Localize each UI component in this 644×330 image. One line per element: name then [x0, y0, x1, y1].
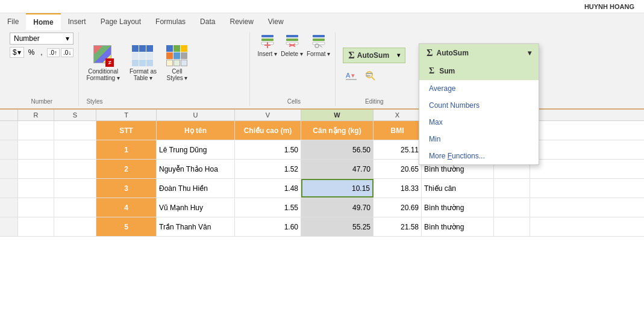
autosum-button[interactable]: Σ AutoSum ▾ — [343, 48, 405, 63]
cell-v-header[interactable]: Chiều cao (m) — [235, 121, 301, 140]
cell-v-2[interactable]: 1.52 — [235, 160, 301, 178]
cell-u-3[interactable]: Đoàn Thu Hiền — [157, 179, 235, 198]
editing-group-label: Editing — [365, 98, 384, 106]
cell-u-5[interactable]: Trần Thanh Vân — [157, 217, 235, 236]
tab-data[interactable]: Data — [193, 13, 222, 30]
dropdown-item-average[interactable]: Average — [419, 80, 539, 97]
cell-t-4[interactable]: 4 — [96, 198, 157, 217]
insert-button[interactable]: Insert ▾ — [257, 33, 277, 57]
sort-filter-button[interactable]: A ▾ — [343, 68, 360, 82]
find-select-button[interactable] — [362, 68, 379, 82]
cell-v-3[interactable]: 1.48 — [235, 179, 301, 198]
cell-t-3[interactable]: 3 — [96, 179, 157, 198]
cell-y-4[interactable]: Bình thường — [422, 198, 494, 217]
cell-z-3[interactable] — [494, 179, 530, 198]
tab-home[interactable]: Home — [26, 13, 60, 30]
cell-s-header[interactable] — [54, 121, 96, 140]
format-button[interactable]: Format ▾ — [307, 33, 330, 57]
cell-t-5[interactable]: 5 — [96, 217, 157, 236]
col-header-s[interactable]: S — [54, 110, 96, 120]
number-group: Number ▾ $ ▾ % , .0↑ .0↓ Number — [5, 33, 79, 106]
cell-w-1[interactable]: 56.50 — [301, 140, 374, 159]
cell-r-2[interactable] — [18, 160, 54, 178]
comma-button[interactable]: , — [39, 48, 44, 57]
conditional-formatting-button[interactable]: ≠ ConditionalFormatting ▾ — [86, 45, 120, 81]
dropdown-item-max[interactable]: Max — [419, 114, 539, 131]
cell-t-2[interactable]: 2 — [96, 160, 157, 178]
svg-rect-7 — [286, 42, 298, 45]
tab-insert[interactable]: Insert — [61, 13, 93, 30]
dropdown-arrow-icon: ▾ — [66, 34, 69, 43]
col-header-r[interactable]: R — [18, 110, 54, 120]
cell-r-5[interactable] — [18, 217, 54, 236]
number-format-dropdown[interactable]: Number ▾ — [10, 33, 73, 45]
cell-s-5[interactable] — [54, 217, 96, 236]
cell-u-2[interactable]: Nguyễn Thảo Hoa — [157, 160, 235, 178]
cell-v-4[interactable]: 1.55 — [235, 198, 301, 217]
col-header-u[interactable]: U — [157, 110, 235, 120]
col-header-t[interactable]: T — [96, 110, 157, 120]
decrease-decimal-button[interactable]: .0↓ — [61, 48, 73, 57]
cell-w-2[interactable]: 47.70 — [301, 160, 374, 178]
cell-u-1[interactable]: Lê Trung Dũng — [157, 140, 235, 159]
count-numbers-label: Count Numbers — [429, 101, 480, 110]
tab-page-layout[interactable]: Page Layout — [93, 13, 148, 30]
cell-s-3[interactable] — [54, 179, 96, 198]
cell-z-4[interactable] — [494, 198, 530, 217]
tab-review[interactable]: Review — [222, 13, 260, 30]
dropdown-item-count-numbers[interactable]: Count Numbers — [419, 97, 539, 114]
increase-decimal-button[interactable]: .0↑ — [47, 48, 60, 57]
cell-x-1[interactable]: 25.11 — [374, 140, 422, 159]
svg-line-18 — [372, 77, 375, 80]
col-header-w[interactable]: W — [301, 110, 374, 120]
cell-r-header[interactable] — [18, 121, 54, 140]
format-cells-icon — [310, 33, 327, 49]
table-row: 1 Lê Trung Dũng 1.50 56.50 25.11 Thừa câ… — [0, 140, 644, 160]
format-label: Format ▾ — [307, 51, 330, 57]
cell-r-1[interactable] — [18, 140, 54, 159]
table-row: 4 Vũ Mạnh Huy 1.55 49.70 20.69 Bình thườ… — [0, 198, 644, 217]
cell-w-header[interactable]: Cân nặng (kg) — [301, 121, 374, 140]
dropdown-item-sum[interactable]: Σ Sum — [419, 62, 539, 80]
cell-r-4[interactable] — [18, 198, 54, 217]
cell-w-3[interactable]: 10.15 — [301, 179, 374, 198]
cell-x-3[interactable]: 18.33 — [374, 179, 422, 198]
ribbon-content: Number ▾ $ ▾ % , .0↑ .0↓ Number — [0, 30, 644, 108]
dropdown-item-min[interactable]: Min — [419, 131, 539, 148]
format-as-table-button[interactable]: Format asTable ▾ — [130, 45, 157, 81]
cell-y-5[interactable]: Bình thường — [422, 217, 494, 236]
col-header-x[interactable]: X — [374, 110, 422, 120]
table-row: 5 Trần Thanh Vân 1.60 55.25 21.58 Bình t… — [0, 217, 644, 237]
tab-formulas[interactable]: Formulas — [148, 13, 193, 30]
cell-s-2[interactable] — [54, 160, 96, 178]
cell-u-header[interactable]: Họ tên — [157, 121, 235, 140]
currency-button[interactable]: $ ▾ — [10, 47, 24, 58]
cell-x-2[interactable]: 20.65 — [374, 160, 422, 178]
cell-w-5[interactable]: 55.25 — [301, 217, 374, 236]
cell-u-4[interactable]: Vũ Mạnh Huy — [157, 198, 235, 217]
col-header-v[interactable]: V — [235, 110, 301, 120]
cell-s-1[interactable] — [54, 140, 96, 159]
cell-t-header[interactable]: STT — [96, 121, 157, 140]
cell-v-5[interactable]: 1.60 — [235, 217, 301, 236]
percent-button[interactable]: % — [27, 48, 37, 57]
tab-file[interactable]: File — [0, 13, 26, 30]
cell-x-5[interactable]: 21.58 — [374, 217, 422, 236]
cell-s-4[interactable] — [54, 198, 96, 217]
cell-x-header[interactable]: BMI — [374, 121, 422, 140]
cell-r-3[interactable] — [18, 179, 54, 198]
insert-label: Insert ▾ — [257, 51, 277, 57]
svg-rect-12 — [313, 42, 325, 45]
cell-w-4[interactable]: 49.70 — [301, 198, 374, 217]
cell-x-4[interactable]: 20.69 — [374, 198, 422, 217]
cell-v-1[interactable]: 1.50 — [235, 140, 301, 159]
styles-group: ≠ ConditionalFormatting ▾ — [81, 33, 250, 106]
cell-styles-button[interactable]: CellStyles ▾ — [166, 45, 188, 81]
tab-view[interactable]: View — [261, 13, 291, 30]
dropdown-item-more-functions[interactable]: More Functions... — [419, 148, 539, 164]
average-label: Average — [429, 84, 455, 93]
cell-z-5[interactable] — [494, 217, 530, 236]
cell-y-3[interactable]: Thiếu cân — [422, 179, 494, 198]
delete-button[interactable]: Delete ▾ — [281, 33, 303, 57]
cell-t-1[interactable]: 1 — [96, 140, 157, 159]
